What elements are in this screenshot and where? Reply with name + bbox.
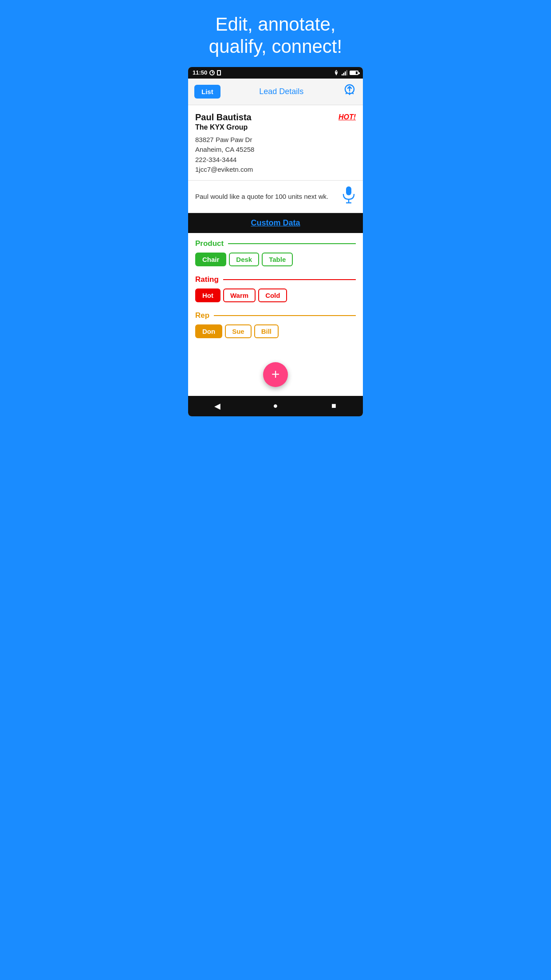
data-groups: ProductChairDeskTableRatingHotWarmColdRe… (188, 233, 363, 353)
fab-button[interactable]: + (263, 362, 288, 387)
custom-data-bar: Custom Data (188, 213, 363, 233)
battery-icon (350, 71, 358, 75)
wifi-icon (333, 70, 340, 75)
group-line-rep (214, 315, 356, 316)
hot-label: HOT! (338, 113, 356, 121)
svg-rect-6 (346, 186, 351, 195)
tag-row-rep: DonSueBill (195, 324, 356, 338)
screen-wrapper: Edit, annotate, qualify, connect! 11:50 (184, 0, 367, 416)
group-header-product: Product (195, 239, 356, 248)
tag-rep-sue[interactable]: Sue (225, 324, 252, 338)
time-display: 11:50 (193, 69, 207, 76)
svg-rect-4 (346, 70, 348, 75)
list-button[interactable]: List (194, 85, 220, 99)
upload-icon[interactable] (342, 83, 357, 100)
tag-rating-hot[interactable]: Hot (195, 288, 220, 302)
top-nav: List Lead Details (188, 79, 363, 105)
tag-rep-bill[interactable]: Bill (254, 324, 279, 338)
lead-phone[interactable]: 222-334-3444 (195, 155, 356, 165)
tag-product-table[interactable]: Table (262, 253, 293, 266)
group-rating: RatingHotWarmCold (195, 275, 356, 302)
lead-city: Anaheim, CA 45258 (195, 145, 356, 155)
tag-row-product: ChairDeskTable (195, 253, 356, 266)
group-line-product (228, 243, 356, 244)
group-label-product: Product (195, 239, 224, 248)
bottom-nav: ◀ ● ■ (188, 396, 363, 416)
tag-product-chair[interactable]: Chair (195, 253, 226, 266)
group-rep: RepDonSueBill (195, 311, 356, 338)
notes-text[interactable]: Paul would like a quote for 100 units ne… (195, 193, 342, 200)
svg-rect-1 (342, 74, 343, 75)
recent-button[interactable]: ■ (323, 397, 345, 415)
lead-info: Paul Bautista The KYX Group 83827 Paw Pa… (188, 105, 363, 181)
notes-area: Paul would like a quote for 100 units ne… (188, 181, 363, 213)
content-area: Paul Bautista The KYX Group 83827 Paw Pa… (188, 105, 363, 396)
clock-icon (209, 70, 215, 75)
tag-rep-don[interactable]: Don (195, 324, 222, 338)
signal-icon (342, 70, 348, 75)
fab-area: + (188, 353, 363, 396)
tag-product-desk[interactable]: Desk (229, 253, 259, 266)
group-header-rating: Rating (195, 275, 356, 284)
svg-point-0 (336, 75, 337, 75)
group-label-rating: Rating (195, 275, 219, 284)
svg-rect-2 (343, 73, 345, 75)
svg-rect-3 (345, 71, 346, 75)
lead-email[interactable]: 1jcc7@eviketn.com (195, 165, 356, 175)
tag-rating-cold[interactable]: Cold (258, 288, 287, 302)
lead-address: 83827 Paw Paw Dr (195, 135, 356, 145)
status-right (333, 70, 358, 75)
sd-icon (217, 70, 221, 75)
status-bar: 11:50 (188, 67, 363, 79)
group-product: ProductChairDeskTable (195, 239, 356, 266)
custom-data-label[interactable]: Custom Data (251, 218, 300, 227)
group-header-rep: Rep (195, 311, 356, 320)
nav-title: Lead Details (259, 87, 303, 96)
mic-icon[interactable] (342, 186, 356, 207)
group-line-rating (223, 279, 356, 280)
phone-frame: 11:50 (188, 67, 363, 416)
tag-row-rating: HotWarmCold (195, 288, 356, 302)
tag-rating-warm[interactable]: Warm (223, 288, 256, 302)
hero-text: Edit, annotate, qualify, connect! (184, 0, 367, 67)
status-left: 11:50 (193, 69, 221, 76)
lead-name: Paul Bautista (195, 112, 356, 122)
back-button[interactable]: ◀ (206, 397, 228, 415)
lead-company: The KYX Group (195, 123, 356, 131)
home-button[interactable]: ● (264, 397, 287, 415)
group-label-rep: Rep (195, 311, 209, 320)
